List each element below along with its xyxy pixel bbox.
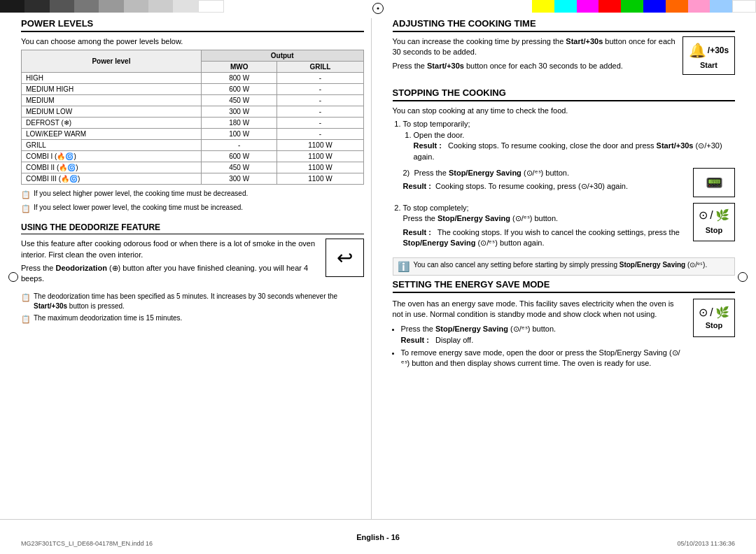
table-cell: 800 W [201, 73, 277, 84]
deodorize-icon: ↩ [337, 246, 353, 269]
stop-leaf-icon-2: 🌿 [715, 306, 729, 319]
power-note-2: 📋 If you select lower power level, the c… [21, 203, 364, 214]
table-cell: - [277, 95, 363, 106]
registration-mark-right [738, 272, 748, 282]
result-1b: Result : Cooking stops. To resume cookin… [403, 181, 687, 192]
footer-center: English - 16 [356, 533, 400, 541]
table-cell: - [277, 129, 363, 140]
note-icon-4: 📋 [21, 314, 31, 325]
stop-leaf-icon-1: 🌿 [715, 208, 729, 223]
deodorize-note-2-text: The maximum deodorization time is 15 min… [34, 313, 182, 323]
table-cell: MEDIUM [22, 95, 202, 106]
table-cell: MEDIUM HIGH [22, 84, 202, 95]
result-2: Result : The cooking stops. If you wish … [403, 227, 687, 249]
stopping-intro: You can stop cooking at any time to chec… [393, 106, 736, 116]
swatch-r1 [532, 0, 554, 13]
step1b-p: 2) Press the Stop/Energy Saving (⊙/ᵉˢ) b… [403, 168, 687, 178]
deodorize-title: Using the Deodorize Feature [21, 222, 364, 234]
table-cell: COMBI I (🔥🌀) [22, 151, 202, 162]
stop-row-1b: 2) Press the Stop/Energy Saving (⊙/ᵉˢ) b… [403, 168, 736, 197]
stop-slash-icon-1: / [710, 208, 713, 223]
swatch-r10 [732, 0, 756, 13]
footer: MG23F301TCS_LI_DE68-04178M_EN.indd 16 En… [0, 519, 756, 554]
swatch-6 [124, 0, 148, 13]
swatch-5 [99, 0, 123, 13]
energy-save-bullets: Press the Stop/Energy Saving (⊙/ᵉˢ) butt… [393, 324, 687, 369]
deodorize-note-1: 📋 The deodorization time has been specif… [21, 292, 364, 311]
stop-icon-box-2: ⊙ / 🌿 Stop [693, 299, 735, 337]
note-icon-1: 📋 [21, 190, 31, 200]
energy-bullet-1: Press the Stop/Energy Saving (⊙/ᵉˢ) butt… [401, 324, 687, 346]
table-cell: GRILL [22, 140, 202, 151]
table-cell: - [277, 73, 363, 84]
result-label-1a: Result : [414, 141, 442, 150]
table-col-power-level: Power level [22, 50, 202, 73]
table-cell: 600 W [201, 84, 277, 95]
swatch-4 [74, 0, 99, 13]
deodorize-content: Use this feature after cooking odorous f… [21, 239, 364, 287]
energy-result-1: Display off. [435, 336, 473, 344]
swatch-7 [148, 0, 173, 13]
adjust-time-content: 🔔 /+30s Start You can increase the cooki… [393, 36, 736, 82]
stop-step2-text: To stop completely;Press the Stop/Energy… [403, 203, 687, 252]
table-cell: 300 W [201, 106, 277, 118]
stopping-note: ℹ️ You can also cancel any setting befor… [393, 257, 736, 276]
adjust-time-title: Adjusting the Cooking Time [393, 18, 736, 32]
swatch-1 [0, 0, 24, 13]
energy-save-content: The oven has an energy save mode. This f… [393, 299, 736, 372]
main-content: Power Levels You can choose among the po… [21, 18, 735, 519]
table-cell: HIGH [22, 73, 202, 84]
result-label-1b: Result : [403, 182, 431, 190]
swatch-2 [24, 0, 49, 13]
table-col-mwo: MWO [201, 62, 277, 73]
energy-result-label-1: Result : [401, 336, 429, 344]
color-bars [0, 0, 756, 13]
table-cell: MEDIUM LOW [22, 106, 202, 118]
deodorize-text1: Use this feature after cooking odorous f… [21, 239, 318, 260]
deodorize-note-2: 📋 The maximum deodorization time is 15 m… [21, 313, 364, 325]
energy-save-text: The oven has an energy save mode. This f… [393, 299, 687, 372]
deodorize-note-1-text: The deodorization time has been specifie… [34, 292, 364, 311]
stop-icons-2: ⊙ / 🌿 [699, 306, 729, 319]
stop-label-2: Stop [706, 321, 722, 329]
swatch-3 [50, 0, 74, 13]
table-cell: - [277, 118, 363, 129]
table-cell: - [277, 84, 363, 95]
registration-mark-top [372, 3, 384, 14]
energy-bullet-2: To remove energy save mode, open the doo… [401, 348, 687, 369]
stop-row-2: To stop completely;Press the Stop/Energy… [403, 203, 736, 252]
swatch-r3 [577, 0, 599, 13]
start-plus-icon: /+30s [708, 45, 729, 55]
color-bar-left [0, 0, 224, 13]
swatch-8 [173, 0, 197, 13]
table-cell: 300 W [201, 173, 277, 185]
table-cell: 1100 W [277, 162, 363, 173]
table-col-grill: GRILL [277, 62, 363, 73]
table-cell: - [277, 106, 363, 118]
energy-save-text1: The oven has an energy save mode. This f… [393, 299, 687, 320]
start-icon-box: 🔔 /+30s Start [682, 36, 735, 75]
footer-left: MG23F301TCS_LI_DE68-04178M_EN.indd 16 [21, 540, 153, 547]
stop-circle-icon-2: ⊙ [699, 306, 708, 319]
table-cell: - [201, 140, 277, 151]
swatch-9 [198, 0, 224, 13]
table-cell: COMBI III (🔥🌀) [22, 173, 202, 185]
energy-bullet-2-text: To remove energy save mode, open the doo… [401, 348, 680, 367]
deodorize-text-block: Use this feature after cooking odorous f… [21, 239, 318, 287]
deodorize-section: Using the Deodorize Feature Use this fea… [21, 222, 364, 325]
registration-mark-left [8, 272, 18, 282]
stop-slash-icon-2: / [710, 306, 713, 319]
stop-circle-icon-1: ⊙ [699, 208, 708, 223]
swatch-r7 [666, 0, 688, 13]
deodorize-text2: Press the Deodorization (⊕) button after… [21, 263, 318, 285]
power-note-1: 📋 If you select higher power level, the … [21, 189, 364, 200]
result-text-1a: Cooking stops. To resume cooking, close … [414, 141, 722, 160]
power-table: Power level Output MWO GRILL HIGH800 W-M… [21, 50, 364, 185]
step2-p: To stop completely;Press the Stop/Energy… [403, 203, 687, 225]
stopping-section: Stopping the Cooking You can stop cookin… [393, 87, 736, 276]
table-cell: 450 W [201, 162, 277, 173]
left-column: Power Levels You can choose among the po… [21, 18, 372, 519]
power-note-1-text: If you select higher power level, the co… [34, 189, 248, 199]
power-levels-section: Power Levels You can choose among the po… [21, 18, 364, 214]
power-levels-title: Power Levels [21, 18, 364, 32]
